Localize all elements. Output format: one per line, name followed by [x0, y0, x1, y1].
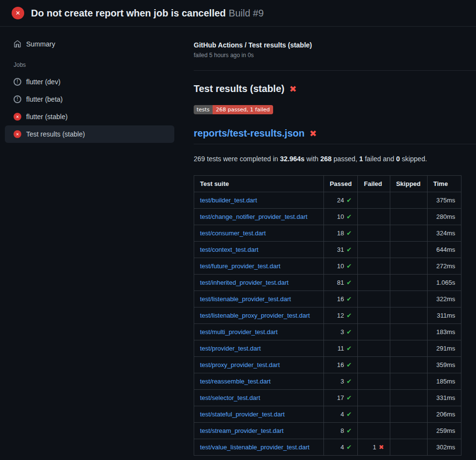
- suite-link[interactable]: test/reassemble_test.dart: [200, 378, 271, 385]
- sidebar-item-test-results-stable[interactable]: ✕ Test results (stable): [5, 125, 174, 143]
- badge-label: tests: [194, 105, 213, 114]
- suite-link[interactable]: test/builder_test.dart: [200, 197, 257, 204]
- suite-link[interactable]: test/future_provider_test.dart: [200, 262, 280, 270]
- failed-x-icon: ✖: [289, 84, 296, 94]
- table-row: test/future_provider_test.dart 10✔ 272ms: [194, 258, 461, 275]
- failed-cell: [358, 209, 390, 225]
- alert-circle-icon: !: [14, 95, 21, 103]
- time-cell: 644ms: [427, 242, 461, 258]
- passed-cell: 11✔: [323, 340, 358, 357]
- failed-cell: [358, 373, 390, 390]
- failed-cell: [358, 242, 390, 258]
- divider: [194, 70, 476, 71]
- passed-cell: 3✔: [323, 373, 358, 390]
- run-header: ✕ Do not create report when job is cance…: [0, 0, 476, 27]
- report-file-link[interactable]: reports/test-results.json: [194, 128, 305, 139]
- suite-link[interactable]: test/stateful_provider_test.dart: [200, 411, 285, 418]
- test-table-body: test/builder_test.dart 24✔ 375ms test/ch…: [194, 192, 461, 456]
- passed-cell: 8✔: [323, 423, 358, 439]
- time-cell: 302ms: [427, 439, 461, 456]
- passed-check-icon: ✔: [347, 427, 352, 434]
- tests-status-badge: tests 268 passed, 1 failed: [194, 105, 273, 114]
- section-title: Test results (stable): [194, 83, 284, 94]
- passed-count: 81: [337, 279, 344, 286]
- suite-link[interactable]: test/inherited_provider_test.dart: [200, 279, 289, 286]
- suite-link[interactable]: test/listenable_provider_test.dart: [200, 295, 291, 303]
- passed-cell: 3✔: [323, 324, 358, 340]
- passed-cell: 4✔: [323, 406, 358, 423]
- time-cell: 272ms: [427, 258, 461, 275]
- alert-circle-icon: !: [14, 78, 21, 86]
- table-row: test/provider_test.dart 11✔ 291ms: [194, 340, 461, 357]
- home-icon: [14, 40, 21, 48]
- suite-link[interactable]: test/consumer_test.dart: [200, 230, 266, 237]
- table-header-row: Test suite Passed Failed Skipped Time: [194, 176, 461, 192]
- passed-check-icon: ✔: [347, 361, 352, 368]
- suite-link[interactable]: test/value_listenable_provider_test.dart: [200, 444, 309, 451]
- failed-cell: [358, 307, 390, 324]
- section-title-row: Test results (stable) ✖: [194, 83, 476, 94]
- passed-cell: 31✔: [323, 242, 358, 258]
- header-test-suite: Test suite: [194, 176, 324, 192]
- job-label: flutter (beta): [26, 95, 62, 103]
- table-row: test/multi_provider_test.dart 3✔ 183ms: [194, 324, 461, 340]
- test-results-table: Test suite Passed Failed Skipped Time te…: [194, 175, 461, 456]
- sidebar-item-summary[interactable]: Summary: [5, 35, 174, 53]
- skipped-cell: [390, 242, 427, 258]
- passed-cell: 4✔: [323, 439, 358, 456]
- sidebar-item-flutter-stable[interactable]: ✕ flutter (stable): [5, 108, 174, 125]
- passed-check-icon: ✔: [347, 345, 352, 352]
- failed-cell: [358, 291, 390, 307]
- passed-cell: 16✔: [323, 291, 358, 307]
- skipped-cell: [390, 423, 427, 439]
- passed-count: 10: [337, 262, 344, 270]
- time-cell: 185ms: [427, 373, 461, 390]
- suite-link[interactable]: test/selector_test.dart: [200, 394, 260, 401]
- skipped-cell: [390, 225, 427, 242]
- failed-cross-icon: ✖: [379, 444, 384, 451]
- table-row: test/stateful_provider_test.dart 4✔ 206m…: [194, 406, 461, 423]
- passed-cell: 10✔: [323, 258, 358, 275]
- table-row: test/listenable_provider_test.dart 16✔ 3…: [194, 291, 461, 307]
- table-row: test/change_notifier_provider_test.dart …: [194, 209, 461, 225]
- header-time: Time: [427, 176, 461, 192]
- suite-link[interactable]: test/provider_test.dart: [200, 345, 261, 352]
- table-row: test/proxy_provider_test.dart 16✔ 359ms: [194, 357, 461, 373]
- skipped-cell: [390, 275, 427, 291]
- passed-check-icon: ✔: [347, 262, 352, 270]
- workflow-run-page: ✕ Do not create report when job is cance…: [0, 0, 476, 460]
- failed-cell: [358, 225, 390, 242]
- passed-check-icon: ✔: [347, 230, 352, 237]
- passed-check-icon: ✔: [347, 295, 352, 303]
- build-number: Build #9: [229, 8, 263, 18]
- suite-link[interactable]: test/context_test.dart: [200, 246, 259, 253]
- time-cell: 324ms: [427, 225, 461, 242]
- passed-count: 4: [340, 411, 344, 418]
- suite-link[interactable]: test/proxy_provider_test.dart: [200, 361, 280, 368]
- suite-link[interactable]: test/stream_provider_test.dart: [200, 427, 284, 434]
- passed-count: 10: [337, 213, 344, 220]
- passed-count: 16: [337, 361, 344, 368]
- skipped-cell: [390, 406, 427, 423]
- failed-cell: [358, 258, 390, 275]
- table-row: test/listenable_proxy_provider_test.dart…: [194, 307, 461, 324]
- skipped-cell: [390, 192, 427, 209]
- skipped-cell: [390, 373, 427, 390]
- table-row: test/selector_test.dart 17✔ 331ms: [194, 390, 461, 406]
- passed-check-icon: ✔: [347, 411, 352, 418]
- summary-text: skipped.: [400, 155, 427, 163]
- suite-link[interactable]: test/listenable_proxy_provider_test.dart: [200, 312, 310, 319]
- passed-cell: 18✔: [323, 225, 358, 242]
- suite-link[interactable]: test/change_notifier_provider_test.dart: [200, 213, 307, 220]
- time-cell: 322ms: [427, 291, 461, 307]
- suite-link[interactable]: test/multi_provider_test.dart: [200, 328, 277, 336]
- passed-check-icon: ✔: [347, 197, 352, 204]
- failed-x-icon: ✖: [309, 128, 317, 139]
- job-label: flutter (dev): [26, 78, 61, 86]
- failed-cell: [358, 340, 390, 357]
- run-failed-x-circle-icon: ✕: [12, 7, 24, 19]
- passed-check-icon: ✔: [347, 213, 352, 220]
- sidebar-item-flutter-beta[interactable]: ! flutter (beta): [5, 91, 174, 108]
- sidebar-item-flutter-dev[interactable]: ! flutter (dev): [5, 73, 174, 91]
- sidebar: Summary Jobs ! flutter (dev) ! flutter (…: [0, 27, 179, 152]
